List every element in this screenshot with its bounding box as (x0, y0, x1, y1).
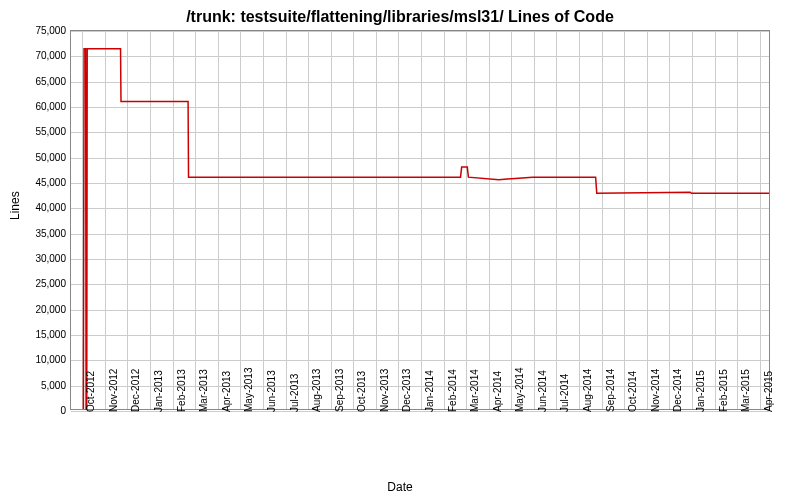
y-tick-label: 50,000 (35, 151, 66, 162)
x-tick-label: Apr-2014 (492, 371, 503, 412)
y-tick-label: 40,000 (35, 202, 66, 213)
x-tick-label: Nov-2014 (650, 369, 661, 412)
series-path (83, 49, 769, 409)
y-tick-label: 25,000 (35, 278, 66, 289)
x-tick-label: Aug-2014 (582, 369, 593, 412)
x-tick-label: May-2014 (514, 368, 525, 412)
x-tick-label: Feb-2015 (718, 369, 729, 412)
x-tick-label: Jun-2014 (537, 370, 548, 412)
y-tick-label: 10,000 (35, 354, 66, 365)
x-tick-label: Apr-2015 (763, 371, 774, 412)
y-tick-label: 65,000 (35, 75, 66, 86)
x-tick-label: Dec-2012 (130, 369, 141, 412)
y-tick-label: 45,000 (35, 177, 66, 188)
y-tick-label: 15,000 (35, 329, 66, 340)
x-tick-label: Nov-2012 (108, 369, 119, 412)
x-tick-label: Oct-2012 (85, 371, 96, 412)
y-tick-label: 55,000 (35, 126, 66, 137)
x-tick-label: Jan-2014 (424, 370, 435, 412)
x-tick-label: Oct-2013 (356, 371, 367, 412)
data-series-line (71, 31, 769, 409)
y-tick-label: 30,000 (35, 253, 66, 264)
plot-area (70, 30, 770, 410)
x-tick-label: Jun-2013 (266, 370, 277, 412)
y-tick-label: 20,000 (35, 303, 66, 314)
x-tick-label: Mar-2014 (469, 369, 480, 412)
y-axis-label: Lines (8, 191, 22, 220)
x-tick-label: Oct-2014 (627, 371, 638, 412)
x-tick-label: Feb-2014 (447, 369, 458, 412)
chart-title: /trunk: testsuite/flattening/libraries/m… (0, 0, 800, 26)
x-tick-label: Mar-2013 (198, 369, 209, 412)
x-tick-label: Dec-2014 (672, 369, 683, 412)
x-tick-label: Sep-2014 (605, 369, 616, 412)
x-tick-label: Apr-2013 (221, 371, 232, 412)
chart-container: /trunk: testsuite/flattening/libraries/m… (0, 0, 800, 500)
x-tick-label: Jul-2014 (559, 374, 570, 412)
x-tick-label: Jan-2015 (695, 370, 706, 412)
y-tick-label: 75,000 (35, 25, 66, 36)
y-tick-label: 5,000 (41, 379, 66, 390)
x-tick-label: Dec-2013 (401, 369, 412, 412)
x-tick-label: Jul-2013 (289, 374, 300, 412)
y-tick-label: 70,000 (35, 50, 66, 61)
x-tick-label: May-2013 (243, 368, 254, 412)
x-tick-label: Mar-2015 (740, 369, 751, 412)
x-tick-label: Nov-2013 (379, 369, 390, 412)
x-tick-label: Sep-2013 (334, 369, 345, 412)
x-tick-label: Feb-2013 (176, 369, 187, 412)
x-tick-label: Jan-2013 (153, 370, 164, 412)
y-tick-label: 0 (60, 405, 66, 416)
y-tick-label: 60,000 (35, 101, 66, 112)
x-tick-label: Aug-2013 (311, 369, 322, 412)
y-tick-label: 35,000 (35, 227, 66, 238)
x-axis-label: Date (387, 480, 412, 494)
